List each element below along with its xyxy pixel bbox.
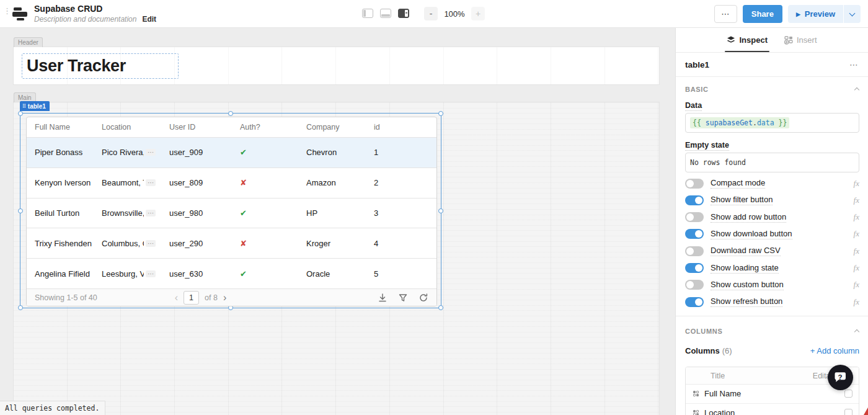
toggle-label: Show refresh button <box>711 297 782 307</box>
cell-overflow-button[interactable]: ··· <box>146 270 156 277</box>
toggle-label: Show download button <box>711 229 792 239</box>
bottom-panel-toggle-icon[interactable] <box>380 9 391 18</box>
data-field-label: Data <box>685 101 702 111</box>
table-row[interactable]: Angelina FifieldLeesburg, Vi···user_630✔… <box>27 258 436 288</box>
left-panel-toggle-icon[interactable] <box>362 9 373 18</box>
insert-component-icon <box>784 36 793 45</box>
toggle-label: Show custom button <box>711 280 784 290</box>
empty-state-label: Empty state <box>685 141 729 151</box>
table-row[interactable]: Trixy FishendenColumbus, O···user_290✘Kr… <box>27 228 436 258</box>
table-footer: Showing 1-5 of 40 ‹ of 8 › <box>27 288 436 306</box>
help-bubble-icon: ? <box>833 370 848 385</box>
fx-button[interactable]: fx <box>854 297 859 307</box>
fx-button[interactable]: fx <box>854 179 859 189</box>
fx-button[interactable]: fx <box>854 246 859 256</box>
toggle-row: Compact modefx <box>685 175 859 192</box>
fx-button[interactable]: fx <box>854 280 859 290</box>
column-header[interactable]: Location <box>94 123 161 132</box>
columns-count: (6) <box>722 346 732 355</box>
right-panel-toggle-icon[interactable] <box>398 9 409 18</box>
filter-icon[interactable] <box>399 293 407 302</box>
zoom-out-button[interactable]: - <box>424 7 438 20</box>
layers-icon <box>727 36 735 44</box>
drag-dots-icon: ⠿ <box>22 104 26 109</box>
toggle-show-add-row-button[interactable] <box>685 212 704 222</box>
cross-icon: ✘ <box>240 178 247 187</box>
cell-overflow-button[interactable]: ··· <box>146 240 156 247</box>
table1-widget[interactable]: Full NameLocationUser IDAuth?Companyid P… <box>26 117 437 306</box>
more-options-button[interactable]: ⋯ <box>714 5 737 23</box>
table-row[interactable]: Kenyon IversonBeaumont, T···user_809✘Ama… <box>27 167 436 198</box>
table1-component-tag[interactable]: ⠿ table1 <box>20 101 50 111</box>
basic-section-header: BASIC <box>685 86 709 93</box>
page-number-input[interactable] <box>184 291 199 305</box>
download-icon[interactable] <box>378 293 387 302</box>
app-subtitle: Description and documentation <box>34 15 136 24</box>
cell-overflow-button[interactable]: ··· <box>146 179 156 186</box>
toggle-label: Show add row button <box>711 212 786 223</box>
preview-dropdown-button[interactable] <box>844 5 861 23</box>
columns-collapse-icon[interactable] <box>854 329 859 334</box>
add-column-button[interactable]: + Add column <box>810 346 859 355</box>
check-icon: ✔ <box>240 208 247 218</box>
toggle-compact-mode[interactable] <box>685 179 704 189</box>
page-count-label: of 8 <box>205 293 218 302</box>
cell-overflow-button[interactable]: ··· <box>146 149 156 156</box>
component-menu-button[interactable]: ⋯ <box>849 60 859 69</box>
toggle-show-refresh-button[interactable] <box>685 297 704 307</box>
toggle-show-custom-button[interactable] <box>685 280 704 290</box>
fx-button[interactable]: fx <box>854 263 859 273</box>
column-header[interactable]: Company <box>298 123 366 132</box>
cell-overflow-button[interactable]: ··· <box>146 210 156 216</box>
table-row[interactable]: Beilul TurtonBrownsville, T···user_980✔H… <box>27 198 436 228</box>
column-header[interactable]: id <box>366 123 437 132</box>
columns-title-header: Title <box>711 372 725 380</box>
help-button[interactable]: ? <box>828 365 853 390</box>
column-list-item[interactable]: Location <box>686 404 859 415</box>
editor-canvas[interactable]: Header User Tracker Main ⠿ table1 Full N… <box>0 28 675 415</box>
toggle-show-loading-state[interactable] <box>685 263 704 273</box>
fx-button[interactable]: fx <box>854 212 859 222</box>
zoom-in-button[interactable]: + <box>471 7 485 20</box>
prev-page-button[interactable]: ‹ <box>175 293 178 303</box>
edit-description-button[interactable]: Edit <box>142 15 156 24</box>
tab-insert[interactable]: Insert <box>784 28 817 52</box>
toggle-label: Show loading state <box>711 263 779 274</box>
pagination-summary: Showing 1-5 of 40 <box>35 293 97 302</box>
app-logo[interactable] <box>12 6 28 21</box>
header-region[interactable]: User Tracker <box>14 47 659 84</box>
column-drag-icon[interactable] <box>693 410 699 415</box>
table-row[interactable]: Piper BonassPico Rivera, C···user_909✔Ch… <box>27 137 436 167</box>
status-bar: All queries completed. <box>0 401 105 415</box>
share-button[interactable]: Share <box>743 5 782 23</box>
column-drag-icon[interactable] <box>693 391 699 396</box>
inspector-panel: Inspect Insert table1 ⋯ BASIC Data {{ su… <box>675 28 868 415</box>
fx-button[interactable]: fx <box>854 195 859 205</box>
refresh-icon[interactable] <box>419 293 428 302</box>
header-region-tag[interactable]: Header <box>14 37 43 47</box>
tab-inspect[interactable]: Inspect <box>727 28 768 52</box>
panel-toggles <box>362 9 409 18</box>
toggle-download-raw-csv[interactable] <box>685 246 704 256</box>
data-field-input[interactable]: {{ supabaseGet.data }} <box>685 113 859 133</box>
toggle-label: Compact mode <box>711 178 765 189</box>
topbar: ⋮ Supabase CRUD Description and document… <box>0 0 868 28</box>
editable-checkbox[interactable] <box>844 390 852 398</box>
column-header[interactable]: Full Name <box>27 123 94 132</box>
basic-collapse-icon[interactable] <box>854 87 859 92</box>
column-header[interactable]: User ID <box>161 123 232 132</box>
editable-checkbox[interactable] <box>844 409 852 415</box>
toggle-row: Show refresh buttonfx <box>685 293 859 310</box>
toggle-show-filter-button[interactable] <box>685 195 704 205</box>
svg-text:?: ? <box>838 373 842 380</box>
empty-state-input[interactable]: No rows found <box>685 153 859 172</box>
fx-button[interactable]: fx <box>854 229 859 239</box>
toggle-show-download-button[interactable] <box>685 229 704 239</box>
title-component[interactable]: User Tracker <box>22 53 179 79</box>
preview-button[interactable]: ▶ Preview <box>788 5 843 23</box>
drag-handle-icon: ⋮ <box>3 8 11 14</box>
toggle-row: Show custom buttonfx <box>685 277 859 293</box>
table-header-row: Full NameLocationUser IDAuth?Companyid <box>27 117 436 137</box>
next-page-button[interactable]: › <box>223 293 226 303</box>
column-header[interactable]: Auth? <box>232 123 298 132</box>
